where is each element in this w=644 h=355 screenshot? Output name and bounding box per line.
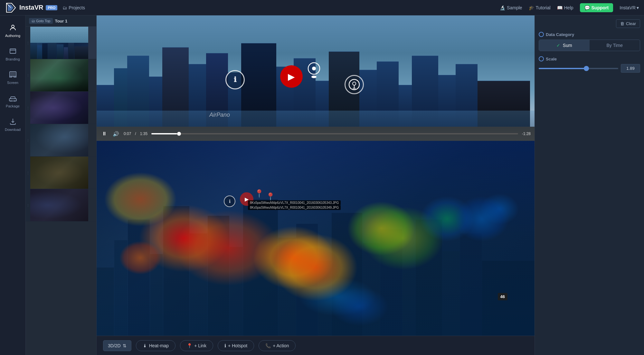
sidebar-package-label: Package <box>6 104 20 108</box>
data-category-icon <box>539 32 544 37</box>
sidebar-authoring-label: Authoring <box>5 34 20 38</box>
help-icon: 📖 <box>557 5 563 10</box>
branding-icon <box>8 47 17 56</box>
drag-handle-icon[interactable]: ⋮ <box>26 59 30 91</box>
svg-rect-6 <box>11 73 15 75</box>
bottom-toolbar: 3D/2D ⇅ 🌡 Heat-map 📍 + Link ℹ + Hotspot … <box>97 336 535 355</box>
drag-handle-icon[interactable]: ⋮ <box>26 157 30 189</box>
total-time: 1:35 <box>140 132 147 136</box>
nav-links: 🔬 Sample 🎓 Tutorial 📖 Help 💬 Support Ins… <box>500 3 639 12</box>
scale-slider[interactable] <box>539 68 618 69</box>
authoring-icon <box>8 23 17 32</box>
select-arrows-icon: ⇅ <box>123 343 127 348</box>
right-panel: 🗑 Clear Data Category ✓ Sum By Time <box>535 15 644 355</box>
package-icon <box>8 94 17 103</box>
add-action-button[interactable]: 📞 + Action <box>259 340 296 351</box>
info-hotspot[interactable]: ℹ <box>225 70 245 89</box>
heatmap-panel: ℹ ▶ 📍 📍 8Ks5paSWwuNfdp6zVL7X_R0010041_20… <box>97 141 535 336</box>
trash-icon: 🗑 <box>620 21 624 26</box>
scale-header: Scale <box>539 56 640 61</box>
data-category-label: Data Category <box>546 32 574 37</box>
view-mode-select[interactable]: 3D/2D ⇅ <box>103 340 131 351</box>
pro-badge: PRO <box>46 5 57 10</box>
by-time-tab[interactable]: By Time <box>590 40 640 51</box>
support-icon: 💬 <box>584 5 590 10</box>
scene-item[interactable]: ⋮ <box>26 27 96 59</box>
sample-link[interactable]: 🔬 Sample <box>500 5 522 10</box>
scene-list: ⋮ <box>26 27 96 355</box>
scale-icon <box>539 56 544 61</box>
heatmap-overlay <box>97 141 535 336</box>
svg-point-11 <box>14 101 15 101</box>
heatmap-info-hotspot[interactable]: ℹ <box>224 196 235 207</box>
logo-icon <box>5 2 17 14</box>
projects-label: Projects <box>69 5 85 10</box>
heatmap-button[interactable]: 🌡 Heat-map <box>136 340 175 351</box>
folder-icon: 🗂 <box>32 19 35 23</box>
scene-item[interactable]: ⋮ <box>26 92 96 124</box>
link-hotspot-2[interactable] <box>345 75 364 94</box>
play-hotspot[interactable]: ▶ <box>280 65 303 88</box>
current-time: 0:07 <box>124 132 131 136</box>
link-hotspot-1[interactable] <box>308 62 320 81</box>
heatmap-pin1[interactable]: 📍 <box>254 189 264 198</box>
heatmap-count-badge: 46 <box>498 293 507 300</box>
svg-point-13 <box>312 67 316 70</box>
drag-handle-icon[interactable]: ⋮ <box>26 92 30 124</box>
sum-tab[interactable]: ✓ Sum <box>539 40 590 51</box>
sidebar-item-screen[interactable]: Screen <box>0 66 25 89</box>
svg-point-17 <box>353 88 356 89</box>
projects-link[interactable]: 🗂 Projects <box>62 5 85 10</box>
link-icon: 📍 <box>187 343 192 348</box>
support-button[interactable]: 💬 Support <box>580 3 613 12</box>
progress-bar[interactable] <box>151 133 518 134</box>
sidebar-item-authoring[interactable]: Authoring <box>0 19 25 42</box>
scene-item[interactable]: ⋮ <box>26 157 96 189</box>
chevron-down-icon: ▾ <box>637 5 639 10</box>
scene-thumbnail-1 <box>30 27 88 59</box>
progress-thumb <box>177 132 181 136</box>
sidebar-download-label: Download <box>5 128 21 132</box>
sidebar-item-download[interactable]: Download <box>0 113 25 136</box>
scale-slider-thumb <box>584 66 589 71</box>
add-hotspot-button[interactable]: ℹ + Hotspot <box>218 340 254 351</box>
sample-icon: 🔬 <box>500 5 505 10</box>
svg-point-16 <box>353 82 356 85</box>
scene-item[interactable]: ⋮ <box>26 59 96 92</box>
tour-label: Tour 1 <box>55 19 67 23</box>
left-sidebar: Authoring Branding Screen <box>0 15 26 355</box>
user-menu[interactable]: InstaVR ▾ <box>620 5 639 10</box>
svg-rect-8 <box>14 76 16 77</box>
center-content: AirPano ℹ ▶ <box>97 15 535 355</box>
projects-icon: 🗂 <box>62 5 67 10</box>
sidebar-screen-label: Screen <box>7 81 18 85</box>
heatmap-icon: 🌡 <box>143 343 147 348</box>
drag-handle-icon[interactable]: ⋮ <box>26 27 30 59</box>
scene-item[interactable]: ⋮ <box>26 189 96 222</box>
video-background: AirPano ℹ ▶ <box>97 15 535 141</box>
view-mode-label: 3D/2D <box>108 343 121 348</box>
data-category-tabs: ✓ Sum By Time <box>539 40 640 51</box>
tutorial-link[interactable]: 🎓 Tutorial <box>529 5 551 10</box>
sidebar-item-package[interactable]: Package <box>0 89 25 113</box>
svg-rect-4 <box>10 49 16 53</box>
help-link[interactable]: 📖 Help <box>557 5 573 10</box>
scene-item[interactable]: ⋮ <box>26 124 96 157</box>
add-link-button[interactable]: 📍 + Link <box>180 340 213 351</box>
goto-top-button[interactable]: 🗂 Goto Top <box>29 18 53 24</box>
sidebar-item-branding[interactable]: Branding <box>0 42 25 66</box>
volume-button[interactable]: 🔊 <box>112 130 120 138</box>
drag-handle-icon[interactable]: ⋮ <box>26 124 30 156</box>
drag-handle-icon[interactable]: ⋮ <box>26 189 30 221</box>
svg-rect-9 <box>9 99 16 101</box>
scene-header: 🗂 Goto Top Tour 1 <box>26 15 96 27</box>
heatmap-tooltip-2: 8Ks5paSWwuNfdp6zVL7X_R0010041_2016030610… <box>248 205 341 210</box>
main-body: Authoring Branding Screen <box>0 15 644 355</box>
time-separator: / <box>135 132 136 136</box>
svg-point-3 <box>12 25 14 28</box>
pause-button[interactable]: ⏸ <box>100 130 108 138</box>
svg-rect-7 <box>10 76 12 77</box>
heatmap-pin2[interactable]: 📍 <box>266 192 275 201</box>
svg-point-14 <box>311 76 317 78</box>
clear-button[interactable]: 🗑 Clear <box>616 19 640 28</box>
